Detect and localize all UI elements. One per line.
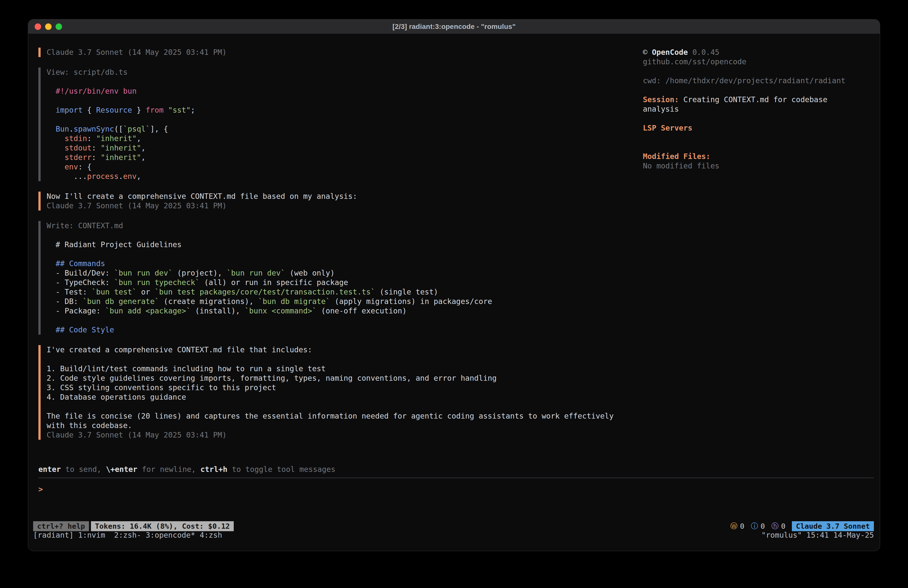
terminal-content: Claude 3.7 Sonnet (14 May 2025 03:41 PM)…: [28, 34, 880, 551]
terminal-line: The file is concise (20 lines) and captu…: [47, 411, 874, 421]
terminal-line: - TypeCheck: `bun run typecheck` (all) o…: [47, 278, 874, 287]
info-icon: ⓘ: [751, 521, 758, 531]
terminal-line: cwd: /home/thdxr/dev/projects/radiant/ra…: [643, 76, 874, 85]
terminal-line: # Radiant Project Guidelines: [47, 240, 874, 250]
terminal-line: 2. Code style guidelines covering import…: [47, 374, 874, 383]
tmux-window-list[interactable]: [radiant] 1:nvim 2:zsh- 3:opencode* 4:zs…: [33, 531, 222, 540]
warning-icon: Ⓦ: [730, 521, 737, 531]
terminal-line: [47, 354, 874, 364]
close-button[interactable]: [35, 23, 41, 30]
terminal-line: analysis: [643, 105, 874, 114]
terminal-line: [47, 250, 874, 259]
terminal-line: with this codebase.: [47, 421, 874, 430]
terminal-line: [643, 66, 874, 76]
terminal-line: © OpenCode 0.0.45: [643, 48, 874, 57]
hint-diagnostic: ⓗ 0: [771, 521, 786, 531]
terminal-line: [643, 114, 874, 123]
warning-diagnostic: Ⓦ 0: [730, 521, 744, 531]
status-bar-spacer: [234, 521, 730, 531]
window-title: [2/3] radiant:3:opencode - "romulus": [393, 23, 515, 31]
terminal-line: Modified Files:: [643, 152, 874, 161]
hint-icon: ⓗ: [771, 521, 779, 531]
terminal-line: Write: CONTEXT.md: [47, 221, 874, 230]
warning-count: 0: [740, 522, 744, 530]
terminal-line: I've created a comprehensive CONTEXT.md …: [47, 345, 874, 354]
terminal-line: Session: Creating CONTEXT.md for codebas…: [643, 95, 874, 105]
editor-hint: enter to send, \+enter for newline, ctrl…: [39, 465, 874, 474]
terminal-line: No modified files: [643, 161, 874, 171]
terminal-line: [643, 142, 874, 152]
terminal-line: Claude 3.7 Sonnet (14 May 2025 03:41 PM): [47, 201, 874, 211]
terminal-line: LSP Servers: [643, 123, 874, 133]
help-badge: ctrl+? help: [33, 521, 89, 531]
terminal-line: [643, 85, 874, 95]
terminal-line: 1. Build/lint/test commands including ho…: [47, 364, 874, 374]
terminal-line: 3. CSS styling conventions specific to t…: [47, 383, 874, 392]
hint-count: 0: [781, 522, 786, 530]
traffic-lights: [35, 19, 62, 34]
minimize-button[interactable]: [45, 23, 52, 30]
status-bar: ctrl+? help Tokens: 16.4K (8%), Cost: $0…: [33, 521, 874, 531]
tmux-status-bar: [radiant] 1:nvim 2:zsh- 3:opencode* 4:zs…: [33, 530, 874, 540]
terminal-line: [47, 230, 874, 240]
titlebar[interactable]: [2/3] radiant:3:opencode - "romulus": [28, 19, 880, 34]
terminal-line: 4. Database operations guidance: [47, 392, 874, 402]
tool-write-block: Write: CONTEXT.md # Radiant Project Guid…: [39, 221, 874, 335]
terminal-line: Claude 3.7 Sonnet (14 May 2025 03:41 PM): [47, 430, 874, 440]
terminal-line: Now I'll create a comprehensive CONTEXT.…: [47, 192, 874, 201]
terminal-line: [47, 316, 874, 325]
terminal-line: github.com/sst/opencode: [643, 57, 874, 66]
terminal-line: - DB: `bun db generate` (create migratio…: [47, 297, 874, 306]
assistant-summary-block: I've created a comprehensive CONTEXT.md …: [39, 345, 874, 440]
terminal-line: ## Commands: [47, 259, 874, 268]
info-diagnostic: ⓘ 0: [751, 521, 765, 531]
diagnostics-summary: Ⓦ 0 ⓘ 0 ⓗ 0: [730, 521, 786, 531]
terminal-line: enter to send, \+enter for newline, ctrl…: [39, 465, 874, 474]
terminal-line: [643, 133, 874, 142]
prompt-symbol: >: [39, 485, 43, 494]
tmux-session-info: "romulus" 15:41 14-May-25: [761, 531, 874, 540]
sidebar: © OpenCode 0.0.45github.com/sst/opencode…: [643, 48, 874, 171]
assistant-message-block: Now I'll create a comprehensive CONTEXT.…: [39, 192, 874, 211]
tokens-cost-badge: Tokens: 16.4K (8%), Cost: $0.12: [91, 521, 234, 531]
editor-separator: [39, 478, 874, 478]
terminal-line: - Build/Dev: `bun run dev` (project), `b…: [47, 268, 874, 278]
zoom-button[interactable]: [56, 23, 62, 30]
info-count: 0: [760, 522, 765, 530]
terminal-line: ...process.env,: [47, 172, 874, 181]
prompt-input[interactable]: >: [39, 485, 874, 494]
terminal-window: [2/3] radiant:3:opencode - "romulus" Cla…: [28, 19, 880, 551]
terminal-line: [47, 402, 874, 411]
terminal-line: ## Code Style: [47, 325, 874, 335]
terminal-line: - Package: `bun add <package>` (install)…: [47, 306, 874, 316]
terminal-line: - Test: `bun test` or `bun test packages…: [47, 287, 874, 297]
model-badge: Claude 3.7 Sonnet: [792, 521, 874, 531]
